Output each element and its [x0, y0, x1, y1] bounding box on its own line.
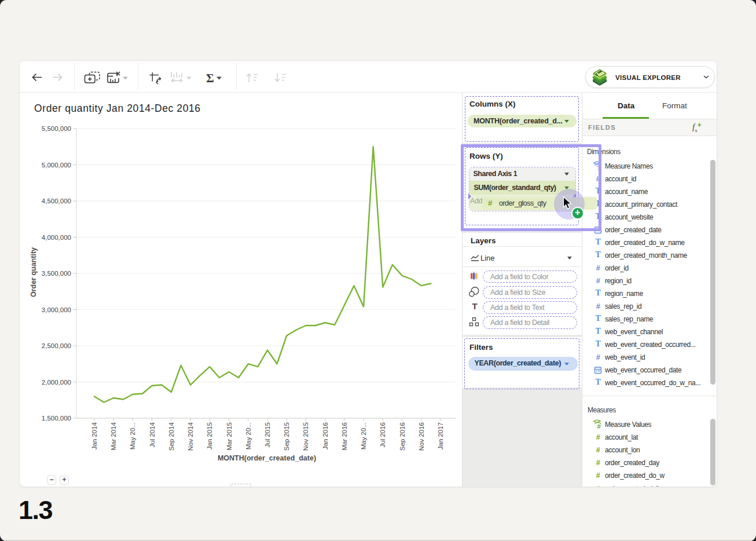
svg-text:Jan 2016: Jan 2016: [322, 422, 329, 449]
svg-text:Mar 2014: Mar 2014: [110, 422, 117, 450]
svg-text:Jan 2017: Jan 2017: [437, 422, 444, 449]
svg-text:#: #: [597, 423, 601, 430]
svg-text:2,500,000: 2,500,000: [42, 342, 71, 349]
svg-text:Σ: Σ: [206, 71, 214, 85]
svg-text:Nov 2015: Nov 2015: [302, 422, 309, 451]
svg-text:4,500,000: 4,500,000: [42, 198, 71, 204]
svg-text:3,000,000: 3,000,000: [42, 306, 71, 313]
svg-text:Order quantity: Order quantity: [30, 247, 38, 297]
svg-text:Sep 2014: Sep 2014: [168, 422, 175, 451]
svg-text:May 20...: May 20...: [245, 422, 252, 449]
svg-text:MONTH(order_created_date): MONTH(order_created_date): [218, 454, 316, 462]
svg-text:Jul 2016: Jul 2016: [379, 422, 386, 447]
svg-text:Sep 2015: Sep 2015: [283, 422, 290, 451]
svg-text:Jan 2015: Jan 2015: [206, 422, 213, 449]
svg-text:1,500,000: 1,500,000: [42, 415, 71, 422]
svg-text:May 20...: May 20...: [360, 422, 367, 449]
svg-text:5,000,000: 5,000,000: [42, 162, 71, 169]
svg-text:Mar 2015: Mar 2015: [226, 422, 233, 451]
svg-text:Jan 2014: Jan 2014: [91, 422, 98, 449]
svg-text:5,500,000: 5,500,000: [42, 125, 71, 132]
svg-text:Order quantity Jan 2014-Dec 20: Order quantity Jan 2014-Dec 2016: [34, 103, 201, 114]
svg-text:Jul 2014: Jul 2014: [149, 422, 156, 447]
svg-text:Sep 2016: Sep 2016: [399, 422, 406, 451]
svg-text:4,000,000: 4,000,000: [42, 234, 71, 241]
svg-text:Nov 2016: Nov 2016: [418, 422, 425, 451]
svg-text:May 20...: May 20...: [129, 422, 136, 449]
svg-text:Mar 2016: Mar 2016: [341, 422, 348, 451]
svg-text:3,500,000: 3,500,000: [42, 270, 71, 277]
svg-text:Jul 2015: Jul 2015: [264, 422, 271, 447]
svg-text:Nov 2014: Nov 2014: [187, 422, 194, 451]
svg-text:2,000,000: 2,000,000: [42, 379, 71, 386]
